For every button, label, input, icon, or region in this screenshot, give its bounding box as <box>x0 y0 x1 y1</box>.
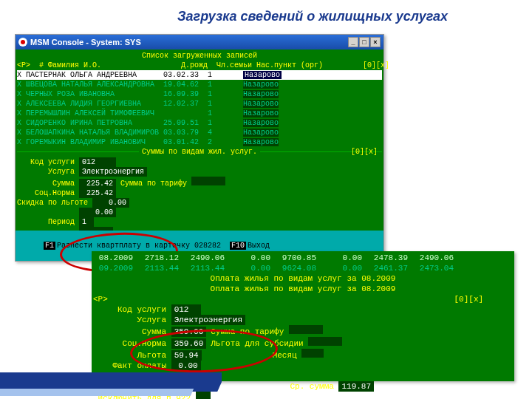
label-sum-tariff: Сумма по тарифу <box>120 180 187 188</box>
f10-key[interactable]: F10 <box>230 242 246 250</box>
close-button[interactable]: × <box>370 37 381 47</box>
window-title: MSM Console - System: SYS <box>30 38 141 47</box>
lf-lgota: Льгота 59.94Месяц <box>93 349 513 361</box>
console-window-upper: MSM Console - System: SYS _ □ × Список з… <box>15 34 384 262</box>
record-row[interactable]: Х ПЕРЕМЫШЛИН АЛЕКСЕЙ ТИМОФЕЕВИЧ 1 Назаро… <box>17 109 382 118</box>
lv-sum[interactable]: 359.60 <box>171 327 207 337</box>
record-row[interactable]: Х БЕЛОШАПКИНА НАТАЛЬЯ ВЛАДИМИРОВ 03.03.7… <box>17 128 382 137</box>
window-buttons: _ □ × <box>348 37 381 47</box>
lv-sr[interactable]: 119.87 <box>338 381 374 392</box>
payments-title-a: Оплата жилья по видам услуг за 08.2009 <box>93 273 513 284</box>
summary-row-1[interactable]: 08.2009 2718.12 2490.06 0.00 9700.85 0.0… <box>93 253 513 263</box>
slide-title: Загрузка сведений о жилищных услугах <box>177 9 448 24</box>
field-service-code: Код услуги 012 <box>17 157 382 167</box>
lv-lgota[interactable]: 59.94 <box>171 350 202 361</box>
record-row[interactable]: Х СИДОРЕНКО ИРИНА ПЕТРОВНА 25.09.51 1 На… <box>17 118 382 128</box>
value-service-name[interactable]: Электроэнергия <box>79 167 147 177</box>
lv-sum-tariff[interactable] <box>289 325 323 334</box>
lv-norm[interactable]: 359.60 <box>171 338 207 349</box>
lv-code[interactable]: 012 <box>171 304 201 315</box>
ll-month: Месяц <box>273 351 297 360</box>
columns-header: <P> # Фамилия И.О. Д.рожд Чл.семьи Нас.п… <box>17 61 382 70</box>
field-zero: 0.00 <box>17 208 382 217</box>
record-row[interactable]: Х ЧЕРНЫХ РОЗА ИВАНОВНА 16.09.39 1 Назаро… <box>17 89 382 99</box>
minimize-button[interactable]: _ <box>348 37 358 47</box>
f1-label: Разнести квартплату в карточку 028282 <box>57 242 221 250</box>
record-row[interactable]: Х ПАСТЕРНАК ОЛЬГА АНДРЕЕВНА 03.02.33 1 Н… <box>17 70 382 80</box>
value-sum[interactable]: 225.42 <box>79 179 116 188</box>
record-row[interactable]: Х ШВЕЦОВА НАТАЛЬЯ АЛЕКСАНДРОВНА 19.04.62… <box>17 80 382 89</box>
lv-service[interactable]: Электроэнергия <box>171 315 245 325</box>
ll-sr: Ср. сумма <box>261 382 339 391</box>
f10-label: Выход <box>248 242 270 250</box>
value-norm[interactable]: 225.42 <box>79 188 116 198</box>
field-discount: Скидка по льготе 0.00 <box>17 198 382 208</box>
value-discount[interactable]: 0.00 <box>92 198 129 208</box>
ll-norm: Льгота для субсидии <box>211 339 303 348</box>
lv-month[interactable] <box>301 349 324 358</box>
ll-sum-tariff: Сумма по тарифу <box>211 327 284 336</box>
lower-header-note: <P> [0][x] <box>93 294 513 304</box>
sums-title: Суммы по видам жил. услуг. <box>139 147 260 157</box>
payments-title-b: Оплата жилья по видам услуг за 08.2009 <box>93 284 513 294</box>
section-divider: Суммы по видам жил. услуг. [0][x] <box>17 147 382 157</box>
value-sum-tariff[interactable] <box>191 177 225 185</box>
record-list: Х ПАСТЕРНАК ОЛЬГА АНДРЕЕВНА 03.02.33 1 Н… <box>17 70 382 147</box>
field-norm: Соц.Норма 225.42 <box>17 188 382 198</box>
list-title: Список загруженных записей <box>17 51 382 61</box>
field-period: Период 1 <box>17 217 382 227</box>
record-row[interactable]: Х АЛЕКСЕЕВА ЛИДИЯ ГЕОРГИЕВНА 12.02.37 1 … <box>17 99 382 109</box>
lf-code: Код услуги 012 <box>93 304 513 315</box>
lf-service: Услуга Электроэнергия <box>93 315 513 325</box>
lv-norm-sub[interactable] <box>308 337 342 346</box>
app-icon <box>18 38 27 47</box>
record-row[interactable]: Х ГОРЕМЫКИН ВЛАДИМИР ИВАНОВИЧ 03.01.42 2… <box>17 137 382 147</box>
value-zero[interactable]: 0.00 <box>79 208 116 217</box>
summary-row-2[interactable]: 09.2009 2113.44 2113.44 0.00 9624.08 0.0… <box>93 263 513 273</box>
field-service-name: Услуга Электроэнергия <box>17 167 382 177</box>
slide-decoration <box>0 361 222 399</box>
value-period[interactable]: 1 <box>79 217 94 227</box>
sums-right-note: [0][x] <box>351 147 378 157</box>
lf-norm: Соц.Норма 359.60Льгота для субсидии <box>93 337 513 349</box>
f1-key[interactable]: F1 <box>44 242 55 250</box>
value-service-code[interactable]: 012 <box>79 157 116 167</box>
field-sum: Сумма 225.42Сумма по тарифу <box>17 177 382 188</box>
lf-sum: Сумма 359.60Сумма по тарифу <box>93 325 513 337</box>
titlebar[interactable]: MSM Console - System: SYS _ □ × <box>16 35 383 50</box>
maximize-button[interactable]: □ <box>359 37 369 47</box>
console-upper: Список загруженных записей <P> # Фамилия… <box>16 50 383 261</box>
